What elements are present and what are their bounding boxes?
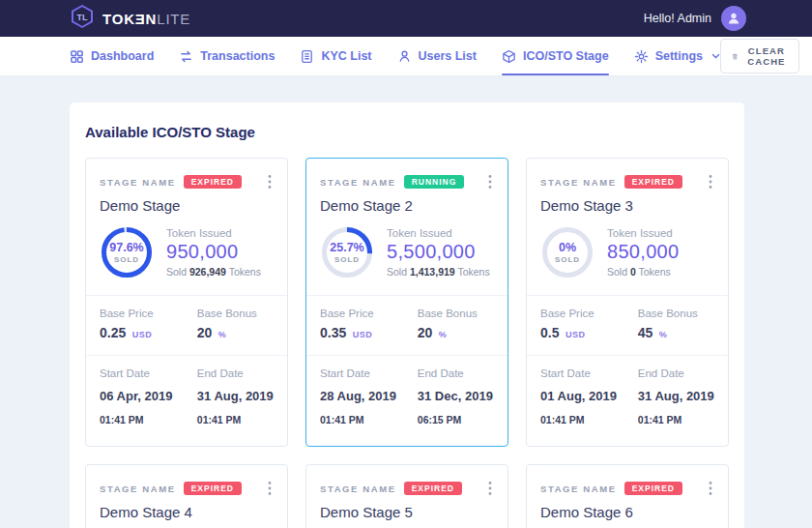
token-section: 0% SOLD Token Issued 850,000 Sold 0 Toke… — [527, 214, 728, 296]
trash-icon — [732, 50, 739, 63]
stage-title: Demo Stage 6 — [540, 504, 714, 520]
card-menu-button[interactable] — [266, 172, 274, 191]
card-menu-button[interactable] — [486, 479, 494, 498]
price-section: Base Price 0.35 USD Base Bonus 20 % — [306, 296, 508, 356]
sold-percent: 0% — [559, 241, 576, 254]
user-icon — [726, 11, 741, 26]
start-date-value: 06 Apr, 2019 — [100, 389, 172, 403]
sold-label: SOLD — [114, 255, 139, 264]
ico-stage-cube-icon — [502, 49, 516, 64]
chevron-down-icon — [711, 52, 720, 60]
nav-item-settings[interactable]: Settings — [634, 37, 720, 75]
base-price-label: Base Price — [100, 308, 191, 319]
tokenlite-logo-icon: TL — [70, 4, 95, 33]
vertical-dots-icon — [488, 481, 492, 496]
base-bonus-value: 45 — [638, 325, 653, 340]
base-bonus-label: Base Bonus — [418, 308, 494, 319]
dates-section: Start Date 01 Aug, 2019 01:41 PM End Dat… — [527, 356, 728, 446]
end-date-label: End Date — [638, 367, 714, 379]
status-badge: EXPIRED — [624, 175, 682, 190]
sold-progress-ring: 0% SOLD — [540, 225, 594, 279]
nav-label: ICO/STO Stage — [523, 49, 609, 63]
stage-card: STAGE NAME EXPIRED Demo Stage 97.6% SOL — [85, 158, 288, 447]
end-date-label: End Date — [418, 367, 494, 379]
sold-percent: 97.6% — [109, 241, 143, 254]
nav-item-dashboard[interactable]: Dashboard — [70, 37, 154, 75]
token-section: 0% SOLD Token Issued 850,000 Sold 0 Toke… — [86, 520, 287, 528]
nav-label: Transactions — [200, 49, 275, 63]
price-section: Base Price 0.25 USD Base Bonus 20 % — [86, 296, 287, 356]
base-bonus-label: Base Bonus — [638, 308, 714, 319]
stage-card: STAGE NAME EXPIRED Demo Stage 4 0% SOLD — [85, 464, 288, 528]
nav-label: Dashboard — [91, 49, 154, 63]
stage-name-label: STAGE NAME — [100, 177, 176, 188]
base-price-label: Base Price — [320, 308, 412, 319]
stage-name-label: STAGE NAME — [320, 177, 396, 188]
transactions-arrows-icon — [179, 49, 193, 64]
end-time-value: 01:41 PM — [197, 414, 242, 425]
main-nav: Dashboard Transactions KYC List Users Li… — [0, 37, 812, 75]
end-time-value: 01:41 PM — [638, 414, 682, 425]
stage-title: Demo Stage 2 — [320, 197, 494, 214]
stage-card: STAGE NAME EXPIRED Demo Stage 5 0% SOLD — [305, 464, 508, 528]
base-price-value: 0.35 — [320, 325, 346, 340]
token-issued-amount: 850,000 — [607, 241, 679, 263]
percent-unit: % — [659, 330, 668, 339]
base-price-label: Base Price — [540, 308, 632, 319]
sold-tokens-amount: 0 — [630, 266, 636, 278]
sold-label: SOLD — [555, 255, 580, 264]
sold-tokens-line: Sold 0 Tokens — [607, 266, 679, 278]
end-time-value: 06:15 PM — [418, 414, 462, 425]
usd-unit: USD — [566, 330, 586, 339]
brand[interactable]: TL TOKƎNLITE — [70, 4, 190, 33]
kyc-document-icon — [300, 49, 314, 64]
percent-unit: % — [439, 330, 448, 339]
base-bonus-value: 20 — [197, 325, 213, 340]
nav-item-ico-sto-stage[interactable]: ICO/STO Stage — [502, 37, 609, 75]
sold-tokens-amount: 1,413,919 — [410, 266, 455, 278]
dates-section: Start Date 06 Apr, 2019 01:41 PM End Dat… — [86, 356, 287, 446]
base-bonus-value: 20 — [418, 325, 433, 340]
stage-title: Demo Stage 3 — [540, 197, 714, 214]
status-badge: RUNNING — [404, 175, 465, 190]
card-menu-button[interactable] — [707, 479, 714, 498]
usd-unit: USD — [353, 330, 373, 339]
nav-item-kyc-list[interactable]: KYC List — [300, 37, 371, 75]
status-badge: EXPIRED — [404, 482, 462, 496]
nav-label: Settings — [655, 49, 703, 63]
svg-text:TL: TL — [77, 13, 88, 22]
sold-progress-ring: 25.7% SOLD — [320, 225, 374, 279]
stage-name-label: STAGE NAME — [540, 484, 617, 494]
sold-label: SOLD — [334, 255, 360, 264]
stage-title: Demo Stage — [100, 197, 274, 214]
sold-tokens-line: Sold 926,949 Tokens — [166, 266, 261, 278]
page-title: Available ICO/STO Stage — [85, 124, 729, 140]
token-issued-amount: 5,500,000 — [387, 241, 490, 263]
price-section: Base Price 0.5 USD Base Bonus 45 % — [527, 296, 728, 356]
stage-card: STAGE NAME RUNNING Demo Stage 2 25.7% S — [305, 158, 508, 447]
token-section: 97.6% SOLD Token Issued 950,000 Sold 926… — [86, 214, 287, 296]
nav-item-transactions[interactable]: Transactions — [179, 37, 275, 75]
card-menu-button[interactable] — [266, 479, 274, 498]
card-menu-button[interactable] — [486, 172, 494, 191]
percent-unit: % — [218, 330, 227, 339]
card-menu-button[interactable] — [707, 172, 714, 191]
cards-grid: STAGE NAME EXPIRED Demo Stage 97.6% SOL — [85, 158, 729, 528]
stage-card: STAGE NAME EXPIRED Demo Stage 3 0% SOLD — [526, 158, 729, 447]
stage-name-label: STAGE NAME — [100, 484, 176, 494]
nav-item-users-list[interactable]: Users List — [397, 37, 477, 75]
end-date-value: 31 Dec, 2019 — [418, 389, 493, 403]
token-section: 25.7% SOLD Token Issued 5,500,000 Sold 1… — [306, 214, 508, 296]
end-date-label: End Date — [197, 367, 274, 379]
vertical-dots-icon — [709, 174, 712, 190]
clear-cache-label: CLEAR CACHE — [745, 45, 789, 67]
status-badge: EXPIRED — [624, 482, 682, 496]
start-date-value: 01 Aug, 2019 — [540, 389, 617, 403]
start-date-label: Start Date — [100, 367, 191, 379]
token-section: 0% SOLD Token Issued 850,000 Sold 0 Toke… — [306, 520, 508, 528]
stage-name-label: STAGE NAME — [320, 484, 396, 494]
usd-unit: USD — [132, 330, 153, 339]
start-date-label: Start Date — [540, 367, 632, 379]
user-avatar[interactable] — [721, 6, 746, 31]
clear-cache-button[interactable]: CLEAR CACHE — [720, 39, 799, 73]
